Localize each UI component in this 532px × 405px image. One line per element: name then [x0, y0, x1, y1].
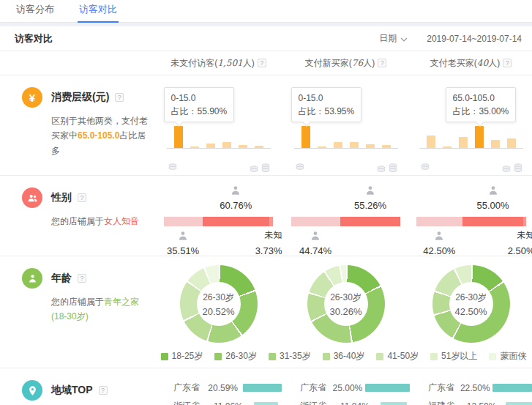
region-row: 福建省12.50%: [428, 397, 532, 405]
tooltip-range: 0-15.0: [299, 92, 355, 105]
unknown-percent: 未知3.73%: [255, 228, 282, 259]
age-donut-new-buyer[interactable]: 26-30岁30.26%: [307, 265, 385, 343]
female-icon: [487, 185, 499, 198]
legend-item[interactable]: 蒙面侠: [489, 350, 526, 363]
date-type-select[interactable]: 日期: [379, 32, 408, 45]
female-percent: 55.00%: [476, 200, 509, 211]
consume-bar-segment[interactable]: [507, 138, 516, 148]
page-title: 访客对比: [15, 32, 53, 45]
legend-item[interactable]: 41-50岁: [376, 350, 419, 363]
region-list-old-buyer: 广东省22.50%福建省12.50%: [410, 368, 532, 405]
consume-bar-segment[interactable]: [222, 142, 231, 148]
legend-swatch: [214, 353, 222, 360]
region-name: 福建省: [428, 400, 467, 405]
column-header-old-buyer: 支付老买家(40人)?: [410, 57, 532, 70]
gender-segment-unknown[interactable]: [269, 217, 274, 226]
consume-bar-segment[interactable]: [459, 137, 468, 148]
legend-swatch: [269, 353, 276, 360]
help-icon[interactable]: ?: [78, 193, 86, 202]
visitor-compare-card: 访客对比 日期 2019-07-14~2019-07-14 未支付访客(1,50…: [0, 26, 532, 405]
legend-swatch: [323, 353, 330, 360]
legend-label: 36-40岁: [334, 350, 365, 363]
yen-icon: ¥: [22, 87, 42, 108]
female-icon: [364, 185, 376, 198]
consume-bar-segment[interactable]: [491, 140, 500, 148]
region-name: 浙江省: [300, 400, 340, 405]
donut-center-label: 26-30岁42.50%: [449, 282, 493, 326]
unknown-percent: 未知2.50%: [508, 228, 532, 259]
consume-bar-segment[interactable]: [334, 142, 342, 148]
help-icon[interactable]: ?: [503, 59, 512, 67]
tab-visitor-compare[interactable]: 访客对比: [78, 0, 119, 22]
gender-segment-male[interactable]: [164, 217, 203, 226]
female-icon: [230, 185, 241, 198]
legend-label: 31-35岁: [280, 350, 311, 363]
chart-tooltip: 65.0-105.0占比：35.00%: [446, 87, 517, 122]
gender-segment-female[interactable]: [340, 217, 401, 226]
section-title-geo: 地域TOP: [51, 384, 93, 397]
consume-bar-segment[interactable]: [475, 126, 484, 148]
legend-label: 18-25岁: [172, 350, 203, 363]
gender-segment-unknown[interactable]: [523, 217, 526, 226]
gender-stacked-bar[interactable]: [416, 217, 526, 226]
help-icon[interactable]: ?: [78, 274, 86, 283]
legend-swatch: [161, 353, 168, 360]
age-donut-unpaid[interactable]: 26-30岁20.52%: [180, 265, 258, 343]
gender-stacked-bar[interactable]: [164, 217, 274, 226]
consume-chart-old-buyer: 65.0-105.0占比：35.00%: [410, 75, 532, 175]
help-icon[interactable]: ?: [258, 59, 266, 67]
region-name: 广东省: [300, 382, 333, 394]
male-percent: 44.74%: [299, 245, 331, 256]
gender-chart-unpaid: 60.76%35.51%未知3.73%: [155, 176, 282, 256]
tooltip-range: 0-15.0: [171, 92, 228, 105]
legend-item[interactable]: 36-40岁: [323, 350, 365, 363]
help-icon[interactable]: ?: [99, 386, 108, 395]
legend-item[interactable]: 18-25岁: [161, 350, 203, 363]
gender-segment-male[interactable]: [416, 217, 463, 226]
card-header: 访客对比 日期 2019-07-14~2019-07-14: [0, 26, 532, 51]
region-value: 11.84%: [340, 401, 381, 405]
gender-chart-old-buyer: 55.00%42.50%未知2.50%: [410, 176, 532, 256]
male-icon: [433, 230, 445, 244]
gender-chart-new-buyer: 55.26%44.74%: [282, 176, 410, 256]
column-header-new-buyer: 支付新买家(76人)?: [282, 57, 410, 70]
consume-bar-segment[interactable]: [174, 126, 183, 148]
legend-item[interactable]: 26-30岁: [214, 350, 257, 363]
gender-segment-male[interactable]: [291, 217, 340, 226]
legend-label: 26-30岁: [225, 350, 257, 363]
consume-bar-segment[interactable]: [301, 126, 310, 148]
region-list-unpaid: 广东省20.59%浙江省11.06%: [155, 368, 282, 405]
region-row: 广东省25.00%: [300, 379, 410, 397]
column-headers: 未支付访客(1,501人)? 支付新买家(76人)? 支付老买家(40人)?: [0, 51, 532, 75]
region-bar: [492, 384, 532, 392]
region-name: 浙江省: [173, 400, 214, 405]
tab-visitor-distribution[interactable]: 访客分布: [15, 0, 56, 22]
coin-stack-icon: [296, 163, 305, 174]
x-axis: [419, 148, 523, 149]
donut-center-label: 26-30岁20.52%: [197, 282, 241, 326]
age-donut-old-buyer[interactable]: 26-30岁42.50%: [432, 265, 510, 343]
region-name: 广东省: [428, 382, 460, 394]
tooltip-value: 占比：55.90%: [171, 105, 228, 118]
legend-item[interactable]: 51岁以上: [430, 350, 477, 363]
consume-bar-segment[interactable]: [427, 135, 435, 148]
legend-item[interactable]: 31-35岁: [269, 350, 311, 363]
gender-stacked-bar[interactable]: [291, 217, 401, 226]
region-value: 25.00%: [333, 383, 366, 393]
date-type-label: 日期: [379, 32, 397, 45]
date-range-value[interactable]: 2019-07-14~2019-07-14: [427, 34, 522, 44]
help-icon[interactable]: ?: [378, 59, 386, 67]
legend-label: 蒙面侠: [500, 350, 526, 363]
gender-segment-female[interactable]: [203, 217, 269, 226]
section-geo-top: 地域TOP ? 您的访客聚集在广东省 广东省20.59%浙江省11.06% 广东…: [0, 368, 532, 405]
region-value: 20.59%: [208, 383, 242, 393]
consume-bar-segment[interactable]: [350, 142, 359, 148]
section-desc-age: 您的店铺属于青年之家(18-30岁): [51, 294, 151, 324]
region-value: 22.50%: [460, 383, 492, 393]
gender-segment-female[interactable]: [462, 217, 523, 226]
region-name: 广东省: [173, 382, 208, 394]
male-icon: [177, 230, 189, 244]
female-percent: 55.26%: [354, 200, 386, 211]
region-row: 广东省20.59%: [173, 379, 282, 397]
help-icon[interactable]: ?: [115, 93, 124, 102]
